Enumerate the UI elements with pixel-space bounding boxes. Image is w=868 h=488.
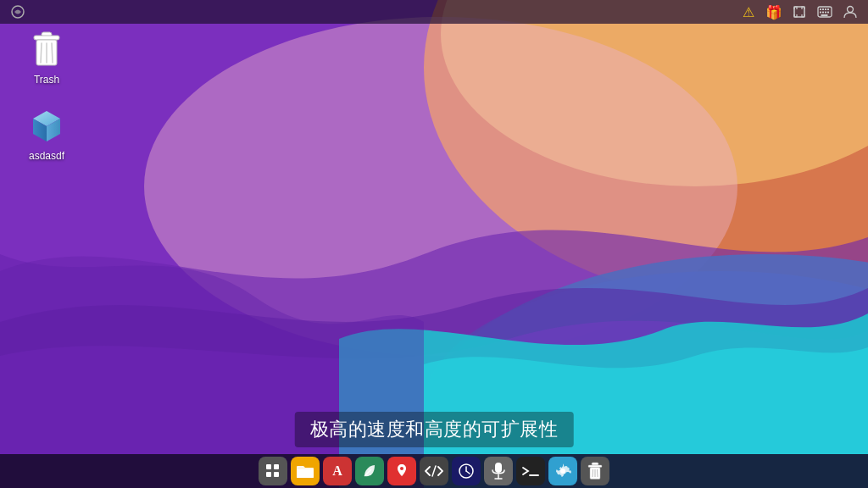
svg-rect-44: [592, 463, 598, 465]
svg-rect-29: [274, 464, 279, 469]
fan-dock-icon[interactable]: [548, 457, 577, 485]
topbar-right: ⚠ 🎁: [739, 3, 860, 21]
trash-icon-desktop[interactable]: Trash: [13, 30, 81, 86]
svg-rect-15: [825, 12, 826, 14]
trash-label: Trash: [34, 74, 59, 86]
svg-line-22: [41, 43, 42, 63]
svg-point-34: [400, 467, 403, 470]
mic-dock-icon[interactable]: [484, 457, 513, 485]
svg-rect-30: [266, 472, 271, 477]
code-dock-icon[interactable]: [420, 457, 448, 485]
svg-line-49: [598, 469, 598, 477]
svg-rect-13: [820, 12, 821, 14]
alert-icon[interactable]: ⚠: [739, 3, 758, 21]
svg-rect-9: [820, 8, 821, 10]
svg-rect-28: [266, 464, 271, 469]
asdasdf-icon-desktop[interactable]: asdasdf: [13, 106, 81, 162]
svg-rect-16: [827, 12, 829, 14]
svg-rect-32: [297, 469, 314, 478]
svg-rect-20: [34, 36, 59, 40]
svg-rect-11: [825, 8, 826, 10]
svg-line-47: [593, 469, 593, 477]
svg-rect-14: [822, 12, 824, 14]
grid-dock-icon[interactable]: [259, 457, 287, 485]
svg-line-24: [52, 43, 53, 63]
topbar-left: [8, 3, 27, 21]
user-icon[interactable]: [841, 3, 860, 21]
trash-icon-img: [26, 30, 67, 70]
svg-rect-31: [274, 472, 279, 477]
subtitle-text: 极高的速度和高度的可扩展性: [295, 412, 574, 447]
folder-dock-icon[interactable]: [291, 457, 320, 485]
expand-icon[interactable]: [790, 3, 809, 21]
asdasdf-label: asdasdf: [29, 150, 64, 162]
keyboard-icon[interactable]: [815, 3, 834, 21]
terminal-dock-icon[interactable]: [516, 457, 545, 485]
svg-rect-7: [794, 7, 804, 17]
svg-line-35: [432, 466, 436, 476]
trash-dock-item[interactable]: [581, 457, 609, 485]
svg-rect-45: [588, 465, 602, 468]
svg-rect-12: [827, 8, 829, 10]
topbar: ⚠ 🎁: [0, 0, 868, 24]
svg-rect-17: [821, 14, 828, 16]
svg-line-38: [466, 471, 470, 474]
font-dock-icon[interactable]: A: [323, 457, 352, 485]
asdasdf-icon-img: [26, 106, 67, 147]
clock-dock-icon[interactable]: [452, 457, 481, 485]
leaf-dock-icon[interactable]: [355, 457, 384, 485]
pin-dock-icon[interactable]: [387, 457, 416, 485]
taskbar: A: [0, 454, 868, 488]
gift-icon[interactable]: 🎁: [765, 3, 783, 21]
desktop: ⚠ 🎁: [0, 0, 868, 488]
svg-rect-39: [495, 463, 502, 473]
svg-point-18: [848, 7, 854, 13]
svg-rect-10: [822, 8, 824, 10]
topbar-logo-icon[interactable]: [8, 3, 27, 21]
